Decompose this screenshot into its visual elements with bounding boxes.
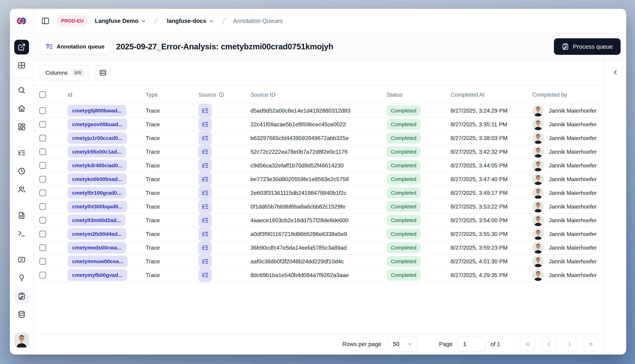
- source-trace-button[interactable]: [198, 159, 212, 172]
- list-tree-icon: [201, 272, 208, 278]
- avatar[interactable]: [14, 333, 29, 348]
- item-id-pill[interactable]: cmetykdr400ciad0...: [68, 160, 127, 171]
- breadcrumb-project-dropdown[interactable]: langfuse-docs: [167, 18, 214, 24]
- item-id-pill[interactable]: cmetylt3m00d2ad...: [68, 214, 125, 226]
- item-id-pill[interactable]: cmetyg5j800bwad...: [68, 105, 126, 116]
- previous-page-button[interactable]: [541, 336, 556, 352]
- columns-button[interactable]: Columns 8/8: [40, 65, 90, 80]
- sidebar-item-list-tree[interactable]: [14, 146, 29, 160]
- row-checkbox[interactable]: [39, 176, 46, 182]
- eval-card-icon: [18, 256, 26, 264]
- source-trace-button[interactable]: [198, 118, 212, 131]
- chevron-down-icon: [141, 18, 146, 24]
- source-trace-button[interactable]: [198, 227, 212, 241]
- column-header-status: Status: [387, 92, 451, 98]
- item-id-pill[interactable]: cmetymyfb00gvad...: [68, 269, 127, 281]
- sidebar-item-eval-card[interactable]: [14, 252, 29, 267]
- source-trace-button[interactable]: [198, 132, 212, 145]
- table-row[interactable]: cmetymeds00cwa...Trace36b90cdfc47e5da14e…: [34, 241, 604, 255]
- row-checkbox[interactable]: [39, 258, 46, 265]
- annotation-queue-table: Id Type Source Source ID Status Complete…: [34, 86, 604, 334]
- sidebar-item-external-link[interactable]: [14, 40, 29, 54]
- table-row[interactable]: cmetygeov00buad...Trace22c41f09acae5b1ef…: [34, 118, 604, 132]
- avatar: [532, 228, 544, 240]
- sidebar-item-dashboard[interactable]: [14, 120, 29, 134]
- table-row[interactable]: cmetymmuw00cea...Traceaaf0c38db0f3f2048b…: [34, 255, 604, 268]
- sidebar-item-search[interactable]: [14, 83, 29, 98]
- row-checkbox[interactable]: [39, 121, 46, 128]
- table-row[interactable]: cmetyko0k00bsad...Tracebe7723e30d8020559…: [34, 172, 604, 186]
- table-row[interactable]: cmetyju1r00ccad0...Traceb63297665cfd4439…: [34, 132, 604, 145]
- first-page-button[interactable]: [520, 336, 535, 352]
- table-row[interactable]: cmetykdr400ciad0...Tracec9d56ca32efaff1b…: [34, 159, 604, 172]
- item-id-pill[interactable]: cmetygeov00buad...: [68, 118, 127, 130]
- completed-at: 8/27/2025, 3:54:00 PM: [451, 217, 508, 224]
- row-checkbox[interactable]: [39, 217, 46, 224]
- row-checkbox[interactable]: [39, 244, 46, 251]
- source-trace-button[interactable]: [198, 241, 212, 254]
- item-type: Trace: [146, 258, 160, 265]
- row-checkbox[interactable]: [39, 107, 46, 114]
- source-trace-button[interactable]: [198, 200, 212, 213]
- item-id-pill[interactable]: cmetyju1r00ccad0...: [68, 132, 127, 144]
- sidebar-item-home[interactable]: [14, 101, 29, 116]
- source-trace-button[interactable]: [198, 104, 212, 117]
- item-type: Trace: [146, 162, 160, 169]
- columns-count-badge: 8/8: [71, 68, 84, 77]
- langfuse-logo[interactable]: [10, 9, 34, 33]
- process-queue-button[interactable]: Process queue: [554, 38, 620, 55]
- table-row[interactable]: cmetyk55x00c1ad...Trace52c72c2222ea78e0b…: [34, 145, 604, 159]
- info-icon[interactable]: [219, 92, 224, 98]
- sidebar-item-lightbulb[interactable]: [14, 270, 29, 285]
- table-row[interactable]: cmetylt3m00d2ad...Trace4aaece1603cb2e16d…: [34, 214, 604, 227]
- sidebar-item-file-code[interactable]: [14, 208, 29, 223]
- source-id: c9d56ca32efaff1b70d9d52f46614230: [251, 162, 344, 169]
- table-row[interactable]: cmetyl5r100grad0...Trace2e603f31361115db…: [34, 186, 604, 200]
- page-input[interactable]: [457, 336, 486, 352]
- source-trace-button[interactable]: [198, 268, 212, 282]
- item-id-pill[interactable]: cmetyk55x00c1ad...: [68, 146, 126, 158]
- source-trace-button[interactable]: [198, 145, 212, 158]
- sidebar-item-database[interactable]: [14, 307, 29, 322]
- users-icon: [18, 185, 26, 194]
- table-row[interactable]: cmetyg5j800bwad...Traced5ad9d52a00c6e14e…: [34, 104, 604, 118]
- row-checkbox[interactable]: [39, 162, 46, 169]
- next-page-button[interactable]: [562, 336, 577, 352]
- row-checkbox[interactable]: [39, 272, 46, 278]
- source-trace-button[interactable]: [198, 255, 212, 268]
- row-checkbox[interactable]: [39, 135, 46, 142]
- user-avatar-button[interactable]: [14, 333, 29, 349]
- item-id-pill[interactable]: cmetym2fz00d4ad...: [68, 228, 126, 240]
- grid-icon: [18, 61, 26, 70]
- sidebar-item-clock[interactable]: [14, 164, 29, 178]
- source-trace-button[interactable]: [198, 186, 212, 200]
- collapse-panel-button[interactable]: [609, 66, 622, 79]
- table-row[interactable]: cmetymyfb00gvad...Trace8dc69b1ba1e540b4d…: [34, 268, 604, 282]
- sidebar-item-grid[interactable]: [14, 58, 29, 73]
- last-page-button[interactable]: [583, 336, 598, 352]
- item-id-pill[interactable]: cmetyl5r100grad0...: [68, 187, 126, 199]
- status-badge: Completed: [387, 105, 420, 116]
- row-checkbox[interactable]: [39, 190, 46, 196]
- row-checkbox[interactable]: [39, 203, 46, 210]
- source-trace-button[interactable]: [198, 172, 212, 186]
- sidebar-toggle-button[interactable]: [41, 17, 50, 25]
- item-id-pill[interactable]: cmetymeds00cwa...: [68, 242, 126, 254]
- row-checkbox[interactable]: [39, 231, 46, 237]
- table-row[interactable]: cmetylht300bqad0...Trace0f1dd65b7bb9bf6b…: [34, 200, 604, 214]
- source-trace-button[interactable]: [198, 214, 212, 227]
- external-link-icon: [18, 43, 26, 51]
- item-id-pill[interactable]: cmetyko0k00bsad...: [68, 174, 127, 185]
- column-header-type: Type: [146, 92, 198, 98]
- sidebar-item-clipboard-pen[interactable]: [14, 289, 29, 304]
- row-height-button[interactable]: [95, 65, 111, 80]
- item-id-pill[interactable]: cmetylht300bqad0...: [68, 201, 127, 212]
- sidebar-item-terminal[interactable]: [14, 226, 29, 241]
- sidebar-item-users[interactable]: [14, 182, 29, 197]
- table-row[interactable]: cmetym2fz00d4ad...Tracea0df3f901167218d8…: [34, 227, 604, 241]
- rows-per-page-select[interactable]: 50: [387, 336, 417, 352]
- item-id-pill[interactable]: cmetymmuw00cea...: [68, 256, 128, 267]
- row-checkbox[interactable]: [39, 148, 46, 155]
- select-all-checkbox[interactable]: [39, 91, 46, 98]
- breadcrumb-org-dropdown[interactable]: Langfuse Demo: [95, 18, 146, 24]
